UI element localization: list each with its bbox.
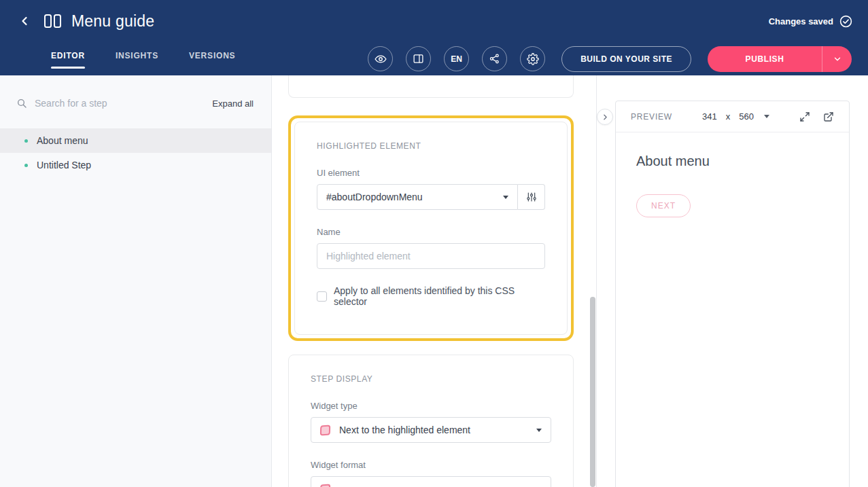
step-search-input[interactable] xyxy=(35,98,205,109)
widget-format-select-left xyxy=(320,484,330,487)
share-icon xyxy=(489,53,500,65)
preview-width-value: 341 xyxy=(702,111,717,122)
step-display-card: STEP DISPLAY Widget type Next to the hig… xyxy=(288,355,574,487)
gear-icon xyxy=(527,53,539,65)
editor-content-column: HIGHLIGHTED ELEMENT UI element #aboutDro… xyxy=(288,75,574,487)
app-header: Menu guide Changes saved EDITOR INSIGHTS… xyxy=(0,0,868,75)
preview-header-actions xyxy=(799,111,834,122)
widget-shape-icon xyxy=(320,425,330,435)
preview-step-title: About menu xyxy=(636,154,829,169)
expand-preview-button[interactable] xyxy=(799,111,810,122)
publish-button-group: PUBLISH xyxy=(708,46,852,72)
app-body: Expand all About menu Untitled Step HIGH… xyxy=(0,75,868,487)
ui-element-select-row: #aboutDropdownMenu xyxy=(317,184,545,210)
header-tabs: EDITOR INSIGHTS VERSIONS xyxy=(51,42,235,75)
step-dot-icon xyxy=(24,164,28,167)
chevron-down-icon xyxy=(833,54,842,64)
section-title: HIGHLIGHTED ELEMENT xyxy=(317,141,545,151)
widget-type-label: Widget type xyxy=(311,401,551,411)
tab-versions[interactable]: VERSIONS xyxy=(189,42,235,75)
build-on-your-site-button[interactable]: BUILD ON YOUR SITE xyxy=(561,46,691,72)
widget-type-select[interactable]: Next to the highlighted element xyxy=(311,417,551,443)
apply-all-checkbox[interactable] xyxy=(317,291,327,302)
expand-all-link[interactable]: Expand all xyxy=(212,98,254,109)
preview-card: PREVIEW 341 x 560 xyxy=(615,101,850,487)
preview-header: PREVIEW 341 x 560 xyxy=(616,101,849,132)
section-title: STEP DISPLAY xyxy=(311,374,551,384)
layout-panel-button[interactable] xyxy=(406,46,431,71)
ui-element-select-value: #aboutDropdownMenu xyxy=(326,192,423,202)
preview-label: PREVIEW xyxy=(631,112,672,122)
publish-button[interactable]: PUBLISH xyxy=(708,46,822,72)
step-item-untitled-step[interactable]: Untitled Step xyxy=(0,153,271,177)
apply-all-checkbox-label: Apply to all elements identified by this… xyxy=(334,285,545,307)
changes-saved-status: Changes saved xyxy=(769,15,852,28)
widget-type-select-left: Next to the highlighted element xyxy=(320,425,470,435)
apply-all-checkbox-row: Apply to all elements identified by this… xyxy=(317,285,545,307)
language-button[interactable]: EN xyxy=(444,46,469,71)
app-logo-icon xyxy=(44,12,63,30)
changes-saved-label: Changes saved xyxy=(769,16,833,26)
step-editor-panel: HIGHLIGHTED ELEMENT UI element #aboutDro… xyxy=(272,75,597,487)
expand-icon xyxy=(799,111,810,122)
publish-dropdown-button[interactable] xyxy=(822,46,852,72)
share-button[interactable] xyxy=(482,46,507,71)
chevron-right-icon xyxy=(601,113,610,122)
step-list: About menu Untitled Step xyxy=(0,128,271,177)
element-selector-settings-button[interactable] xyxy=(518,184,545,210)
previous-card-partial xyxy=(288,75,574,98)
check-circle-icon xyxy=(839,15,852,28)
step-item-label: About menu xyxy=(37,135,88,146)
editor-scrollbar[interactable] xyxy=(590,297,595,487)
sliders-icon xyxy=(526,192,537,202)
preview-next-button[interactable]: NEXT xyxy=(636,194,691,217)
preview-height-value: 560 xyxy=(739,111,754,122)
preview-size-separator: x xyxy=(726,111,731,122)
step-search-row: Expand all xyxy=(0,90,271,117)
step-item-label: Untitled Step xyxy=(37,160,91,170)
widget-type-select-value: Next to the highlighted element xyxy=(339,425,470,435)
step-dot-icon xyxy=(24,139,28,143)
name-label: Name xyxy=(317,227,545,237)
layout-panel-icon xyxy=(413,53,424,65)
chevron-down-icon xyxy=(536,429,542,432)
steps-sidebar: Expand all About menu Untitled Step xyxy=(0,75,272,487)
widget-format-select[interactable] xyxy=(311,476,551,487)
preview-eye-button[interactable] xyxy=(368,46,393,71)
settings-button[interactable] xyxy=(520,46,545,71)
collapse-preview-button[interactable] xyxy=(597,109,613,125)
back-button[interactable] xyxy=(16,12,33,30)
preview-size-dropdown[interactable]: 341 x 560 xyxy=(702,111,769,122)
open-preview-external-button[interactable] xyxy=(823,111,834,122)
eye-icon xyxy=(375,53,387,65)
widget-shape-icon xyxy=(320,484,330,487)
search-icon xyxy=(16,98,27,109)
header-top-row: Menu guide Changes saved xyxy=(0,0,868,42)
chevron-down-icon xyxy=(764,115,769,118)
external-link-icon xyxy=(823,111,834,122)
ui-element-label: UI element xyxy=(317,168,545,178)
preview-widget-body: About menu NEXT xyxy=(616,132,849,238)
preview-area: PREVIEW 341 x 560 xyxy=(597,75,868,487)
highlighted-element-name-input[interactable] xyxy=(317,243,545,269)
tab-insights[interactable]: INSIGHTS xyxy=(116,42,158,75)
highlighted-section-ring: HIGHLIGHTED ELEMENT UI element #aboutDro… xyxy=(288,115,574,341)
ui-element-select[interactable]: #aboutDropdownMenu xyxy=(317,184,518,210)
chevron-left-icon xyxy=(18,14,31,28)
page-title: Menu guide xyxy=(71,12,154,31)
highlighted-element-card: HIGHLIGHTED ELEMENT UI element #aboutDro… xyxy=(294,122,568,335)
header-toolbar-row: EDITOR INSIGHTS VERSIONS EN xyxy=(0,42,868,75)
step-item-about-menu[interactable]: About menu xyxy=(0,128,271,153)
header-actions: EN BUILD ON YOUR SITE PUBLISH xyxy=(368,42,852,75)
chevron-down-icon xyxy=(503,196,508,199)
tab-editor[interactable]: EDITOR xyxy=(51,42,85,75)
widget-format-label: Widget format xyxy=(311,460,551,470)
